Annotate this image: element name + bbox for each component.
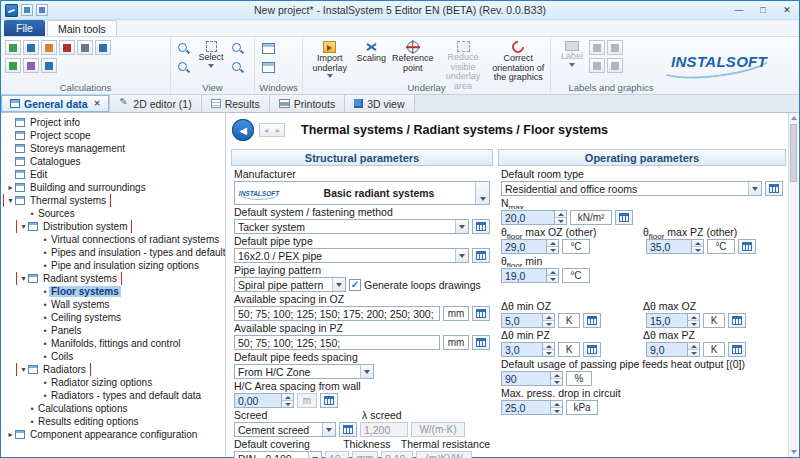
manufacturer-select[interactable]: INSTALSOFT Basic radiant systems <box>234 181 490 205</box>
calculation-tool-button-5[interactable] <box>77 40 93 55</box>
zoom-window-button[interactable] <box>229 59 247 76</box>
pipe-type-catalog-button[interactable] <box>472 248 490 263</box>
tree-item-manifolds-fittings-and-control[interactable]: •Manifolds, fittings and control <box>1 337 225 350</box>
tree-item-panels[interactable]: •Panels <box>1 324 225 337</box>
tfloor-max-pz-input[interactable]: 35,0 <box>646 239 692 254</box>
tree-item-radiator-sizing-options[interactable]: •Radiator sizing options <box>1 376 225 389</box>
fastening-catalog-button[interactable] <box>472 219 490 234</box>
tab-main-tools[interactable]: Main tools <box>47 20 117 36</box>
tree-item-component-appearance-configuration[interactable]: ▸Component appearance configuration <box>1 428 225 441</box>
tree-item-edit[interactable]: Edit <box>1 168 225 181</box>
tree-item-project-scope[interactable]: Project scope <box>1 129 225 142</box>
minimize-button[interactable]: — <box>727 2 751 19</box>
calculation-tool-button-9[interactable] <box>41 58 57 73</box>
tree-item-distribution-system[interactable]: ▾Distribution system <box>1 220 225 233</box>
spin-down-icon[interactable] <box>551 408 562 414</box>
scrollbar-thumb[interactable] <box>790 124 797 182</box>
collapse-icon[interactable]: ▾ <box>19 222 28 231</box>
chevron-down-icon[interactable] <box>322 423 335 436</box>
select-button[interactable]: Select <box>193 40 229 69</box>
room-type-select[interactable]: Residential and office rooms <box>501 181 762 196</box>
chevron-down-icon[interactable] <box>332 278 345 291</box>
laying-pattern-select[interactable]: Spiral pipe pattern <box>234 277 346 292</box>
dt-min-pz-catalog-button[interactable] <box>583 342 601 357</box>
spin-down-icon[interactable] <box>692 247 703 253</box>
expand-icon[interactable]: ▸ <box>6 183 15 192</box>
back-button[interactable]: ◀ <box>232 119 254 141</box>
spacing-pz-input[interactable]: 50; 75; 100; 125; 150; <box>234 335 440 350</box>
graphics-tool-button-2[interactable] <box>607 40 623 55</box>
collapse-icon[interactable]: ▾ <box>19 274 28 283</box>
label-button[interactable]: Label <box>555 40 589 68</box>
settings-icon[interactable] <box>36 4 48 16</box>
calculation-tool-button-3[interactable] <box>41 40 57 55</box>
tree-item-radiators[interactable]: ▾Radiators <box>1 363 225 376</box>
spin-up-icon[interactable] <box>551 401 562 408</box>
tree-item-virtual-connections-of-radiant-systems[interactable]: •Virtual connections of radiant systems <box>1 233 225 246</box>
tree-item-building-and-surroundings[interactable]: ▸Building and surroundings <box>1 181 225 194</box>
chevron-down-icon[interactable] <box>360 365 373 378</box>
spacing-oz-catalog-button[interactable] <box>472 306 490 321</box>
spin-down-icon[interactable] <box>547 276 558 282</box>
tab-3d-view[interactable]: 3D view <box>345 95 414 112</box>
history-forward-button[interactable]: ▸ <box>272 124 284 136</box>
pressure-drop-input[interactable]: 25,0 <box>501 400 551 415</box>
tree-item-storeys-management[interactable]: Storeys management <box>1 142 225 155</box>
tree-item-project-info[interactable]: Project info <box>1 116 225 129</box>
app-icon[interactable] <box>5 4 18 17</box>
tab-general-data[interactable]: General data✕ <box>1 95 110 112</box>
dt-max-pz-catalog-button[interactable] <box>728 342 746 357</box>
dt-max-oz-input[interactable]: 15,0 <box>646 313 688 328</box>
calculation-tool-button-4[interactable] <box>59 40 75 55</box>
generate-loops-checkbox[interactable]: ✓ <box>349 279 361 291</box>
expand-icon[interactable]: ▸ <box>6 430 15 439</box>
tfloor-max-oz-input[interactable]: 29,0 <box>501 239 547 254</box>
dt-min-oz-input[interactable]: 5,0 <box>501 313 543 328</box>
spacing-oz-input[interactable]: 50; 75; 100; 125; 150; 175; 200; 250; 30… <box>234 306 440 321</box>
spin-up-icon[interactable] <box>547 269 558 276</box>
spin-up-icon[interactable] <box>688 314 699 321</box>
graphics-tool-button-1[interactable] <box>589 40 605 55</box>
usage-input[interactable]: 90 <box>501 371 551 386</box>
tree-item-calculations-options[interactable]: •Calculations options <box>1 402 225 415</box>
tab-printouts[interactable]: Printouts <box>270 95 345 112</box>
tree-item-ceiling-systems[interactable]: •Ceiling systems <box>1 311 225 324</box>
fastening-select[interactable]: Tacker system <box>234 219 469 234</box>
chevron-down-icon[interactable] <box>455 220 468 233</box>
window-tile-button[interactable] <box>259 59 277 76</box>
dt-max-pz-input[interactable]: 9,0 <box>646 342 688 357</box>
spacing-pz-catalog-button[interactable] <box>472 335 490 350</box>
nmax-catalog-button[interactable] <box>615 210 633 225</box>
calculation-tool-button-8[interactable] <box>23 58 39 73</box>
tree-item-catalogues[interactable]: Catalogues <box>1 155 225 168</box>
graphics-tool-button-3[interactable] <box>589 58 605 73</box>
import-underlay-button[interactable]: Import underlay <box>307 40 352 79</box>
spin-up-icon[interactable] <box>282 394 293 401</box>
chevron-down-icon[interactable] <box>475 182 489 204</box>
calculation-tool-button-2[interactable] <box>23 40 39 55</box>
tfloor-max-pz-catalog-button[interactable] <box>738 239 756 254</box>
zoom-fit-button[interactable] <box>229 40 247 57</box>
reference-point-button[interactable]: Reference point <box>390 40 435 74</box>
zoom-in-button[interactable] <box>175 40 193 57</box>
dt-min-oz-catalog-button[interactable] <box>583 313 601 328</box>
spin-up-icon[interactable] <box>555 211 566 218</box>
spin-down-icon[interactable] <box>688 350 699 356</box>
spin-down-icon[interactable] <box>547 247 558 253</box>
tree-item-pipe-and-insulation-sizing-options[interactable]: •Pipe and insulation sizing options <box>1 259 225 272</box>
dt-min-pz-input[interactable]: 3,0 <box>501 342 543 357</box>
spin-down-icon[interactable] <box>543 321 554 327</box>
tab-file[interactable]: File <box>4 20 45 36</box>
tree-item-floor-systems[interactable]: •Floor systems <box>1 285 225 298</box>
scroll-down-icon[interactable] <box>789 447 798 457</box>
hc-spacing-catalog-button[interactable] <box>320 393 338 408</box>
hc-spacing-input[interactable]: 0,00 <box>234 393 282 408</box>
window-cascade-button[interactable] <box>259 40 277 57</box>
scroll-up-icon[interactable] <box>789 113 798 123</box>
feeds-spacing-select[interactable]: From H/C Zone <box>234 364 374 379</box>
tab-results[interactable]: Results <box>202 95 270 112</box>
calculation-tool-button-7[interactable] <box>5 58 21 73</box>
vertical-scrollbar[interactable] <box>788 113 798 457</box>
tree-item-radiators-types-and-default-data[interactable]: •Radiators - types and default data <box>1 389 225 402</box>
spin-up-icon[interactable] <box>688 343 699 350</box>
